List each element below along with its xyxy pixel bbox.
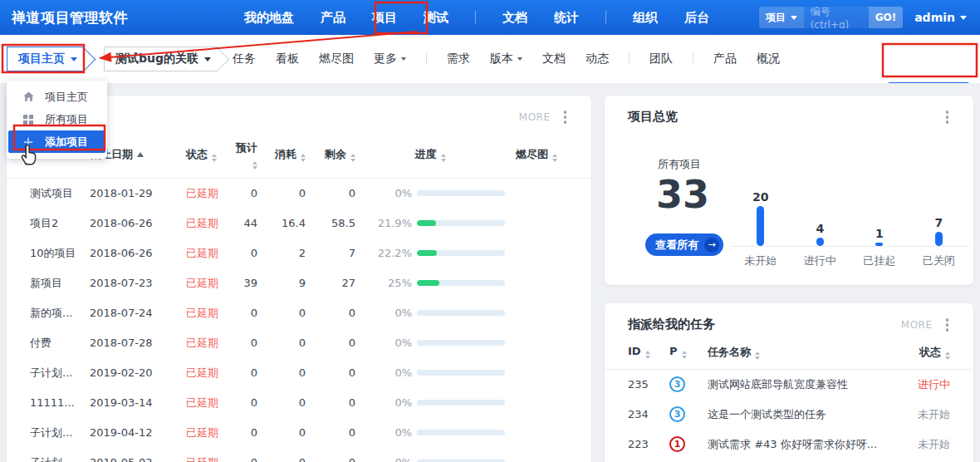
nav-item-测试[interactable]: 测试 xyxy=(424,10,448,26)
projects-more-link[interactable]: MORE xyxy=(519,111,551,123)
project-estimate: 0 xyxy=(233,307,257,319)
column-header-燃尽图[interactable]: 燃尽图 xyxy=(505,147,568,162)
menu-item-看板[interactable]: 看板 xyxy=(276,52,299,66)
user-menu[interactable]: admin xyxy=(914,11,967,24)
kebab-menu-icon[interactable] xyxy=(562,109,569,125)
project-status: 已延期 xyxy=(186,306,233,321)
project-name[interactable]: 10的项目 xyxy=(30,246,90,261)
dropdown-item-添加项目[interactable]: 添加项目 xyxy=(8,130,105,153)
panel-title: 指派给我的任务 xyxy=(628,317,715,332)
column-header-状态[interactable]: 状态 xyxy=(894,345,950,360)
menu-item-燃尽图[interactable]: 燃尽图 xyxy=(319,52,354,66)
search-go-button[interactable]: GO! xyxy=(869,7,904,28)
plus-icon xyxy=(22,136,35,148)
menu-item-动态[interactable]: 动态 xyxy=(586,52,609,66)
crumb-project-name-dropdown[interactable]: 测试bug的关联 xyxy=(104,47,218,71)
project-row[interactable]: 新的项...2018-07-24已延期0000% xyxy=(7,298,591,328)
project-name[interactable]: 付费 xyxy=(30,336,90,351)
view-all-button[interactable]: 查看所有 → xyxy=(645,233,723,256)
column-header-剩余[interactable]: 剩余 xyxy=(306,147,355,162)
project-name[interactable]: 测试项目 xyxy=(30,186,90,201)
menu-item-任务[interactable]: 任务 xyxy=(233,52,256,66)
menu-item-更多[interactable]: 更多 xyxy=(374,52,406,66)
view-all-label: 查看所有 xyxy=(655,238,698,253)
column-header-消耗[interactable]: 消耗 xyxy=(257,147,306,162)
project-name[interactable]: 新的项... xyxy=(30,306,90,321)
nav-item-我的地盘[interactable]: 我的地盘 xyxy=(244,10,294,26)
project-row[interactable]: 项目22018-06-26已延期4416.458.521.9% xyxy=(7,209,591,238)
task-name[interactable]: 这是一个测试类型的任务 xyxy=(708,407,894,422)
nav-item-项目[interactable]: 项目 xyxy=(372,10,397,26)
nav-item-产品[interactable]: 产品 xyxy=(321,10,345,26)
project-consumed: 0 xyxy=(257,396,306,409)
project-name[interactable]: 新项目 xyxy=(30,276,90,291)
tasks-table-header: IDP任务名称状态 xyxy=(605,345,973,370)
task-row[interactable]: 2353测试网站底部导航宽度兼容性进行中 xyxy=(605,370,973,400)
dropdown-item-label: 添加项目 xyxy=(45,135,88,150)
search-scope-dropdown[interactable]: 项目 xyxy=(759,7,804,28)
project-deadline: 2018-07-28 xyxy=(90,337,186,349)
sort-icon xyxy=(645,351,650,359)
menu-item-概况[interactable]: 概况 xyxy=(757,52,780,66)
column-header-ID[interactable]: ID xyxy=(628,345,669,359)
menu-item-团队[interactable]: 团队 xyxy=(649,52,673,66)
task-name[interactable]: 测试需求 #43 你好呀需求你好呀... xyxy=(708,437,894,452)
column-header-P[interactable]: P xyxy=(669,345,708,359)
project-left: 0 xyxy=(306,187,355,199)
project-name[interactable]: 子计划... xyxy=(30,455,90,462)
dropdown-item-所有项目[interactable]: 所有项目 xyxy=(7,108,107,130)
menu-item-版本[interactable]: 版本 xyxy=(490,52,522,66)
project-row[interactable]: 子计划...2019-05-02已延期0000% xyxy=(7,448,591,462)
search-input[interactable]: 编号(ctrl+g) xyxy=(804,7,869,28)
priority-badge: 3 xyxy=(669,376,685,392)
column-header-预计[interactable]: 预计 xyxy=(233,140,257,170)
project-name[interactable]: 11111... xyxy=(30,396,90,409)
task-name[interactable]: 测试网站底部导航宽度兼容性 xyxy=(708,377,894,392)
projects-table: 截止日期状态预计消耗剩余进度燃尽图 测试项目2018-01-29已延期0000%… xyxy=(7,140,591,462)
column-header-状态[interactable]: 状态 xyxy=(186,147,233,162)
menu-item-产品[interactable]: 产品 xyxy=(713,52,737,66)
chevron-down-icon xyxy=(401,57,406,61)
chevron-down-icon xyxy=(517,57,522,61)
column-header-进度[interactable]: 进度 xyxy=(355,147,505,162)
nav-item-文档[interactable]: 文档 xyxy=(502,10,527,26)
column-header-任务名称[interactable]: 任务名称 xyxy=(708,345,894,360)
task-id: 235 xyxy=(628,378,669,391)
nav-item-统计[interactable]: 统计 xyxy=(554,10,579,26)
project-consumed: 0 xyxy=(257,426,306,439)
project-row[interactable]: 10的项目2018-06-26已延期02722.2% xyxy=(7,238,591,268)
project-name[interactable]: 项目2 xyxy=(30,216,90,231)
chevron-down-icon xyxy=(71,57,77,61)
tasks-more-link[interactable]: MORE xyxy=(901,319,933,331)
menu-divider xyxy=(629,53,630,65)
crumb-project-home-dropdown[interactable]: 项目主页 xyxy=(7,47,84,71)
project-row[interactable]: 测试项目2018-01-29已延期0000% xyxy=(7,179,591,209)
nav-item-后台[interactable]: 后台 xyxy=(684,10,709,26)
project-left: 0 xyxy=(306,396,355,409)
project-deadline: 2018-07-24 xyxy=(90,307,186,319)
project-row[interactable]: 付费2018-07-28已延期0000% xyxy=(7,328,591,358)
sort-icon xyxy=(945,351,950,360)
project-progress-bar xyxy=(417,310,505,316)
project-name[interactable]: 子计划... xyxy=(30,425,90,440)
tasks-table: IDP任务名称状态 2353测试网站底部导航宽度兼容性进行中2343这是一个测试… xyxy=(605,345,973,460)
sort-icon xyxy=(552,154,557,162)
project-row[interactable]: 新项目2018-07-23已延期3992725% xyxy=(7,268,591,298)
project-row[interactable]: 11111...2019-03-14已延期0000% xyxy=(7,388,591,418)
project-row[interactable]: 子计划...2019-02-20已延期0000% xyxy=(7,358,591,388)
project-row[interactable]: 子计划...2019-04-12已延期0000% xyxy=(7,418,591,448)
project-consumed: 16.4 xyxy=(257,217,306,229)
task-row[interactable]: 2343这是一个测试类型的任务未开始 xyxy=(605,400,973,430)
project-name[interactable]: 子计划... xyxy=(30,366,90,381)
nav-item-组织[interactable]: 组织 xyxy=(633,10,658,26)
project-left: 58.5 xyxy=(306,217,355,229)
global-search: 项目 编号(ctrl+g) GO! xyxy=(759,7,904,28)
kebab-menu-icon[interactable] xyxy=(944,109,951,125)
menu-item-需求[interactable]: 需求 xyxy=(447,52,470,66)
menu-item-文档[interactable]: 文档 xyxy=(542,52,566,66)
task-row[interactable]: 2231测试需求 #43 你好呀需求你好呀...未开始 xyxy=(605,430,973,460)
project-progress-label: 25% xyxy=(355,277,412,289)
kebab-menu-icon[interactable] xyxy=(944,317,951,333)
dropdown-item-项目主页[interactable]: 项目主页 xyxy=(7,86,107,108)
task-id: 234 xyxy=(628,408,669,420)
